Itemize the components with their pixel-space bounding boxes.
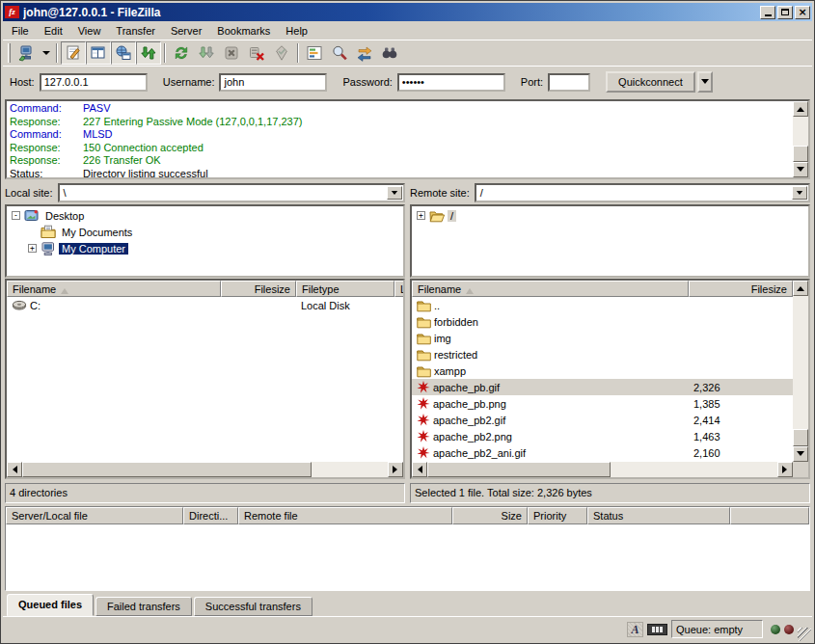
toggle-transfer-queue-button[interactable] <box>136 41 161 65</box>
menu-bookmarks[interactable]: Bookmarks <box>209 22 278 40</box>
file-row-c[interactable]: C:Local Disk <box>7 297 403 313</box>
resize-grip[interactable] <box>798 628 811 641</box>
arrow-right-icon <box>782 466 791 473</box>
queue-column-priority[interactable]: Priority <box>528 507 587 524</box>
file-row-img[interactable]: img <box>412 330 793 346</box>
disconnect-button[interactable] <box>244 41 269 65</box>
refresh-button[interactable] <box>169 41 194 65</box>
log-scrollbar[interactable] <box>793 101 808 177</box>
file-row-apache-pb2-png[interactable]: apache_pb2.png1,463 <box>412 428 793 444</box>
username-input[interactable] <box>219 73 327 92</box>
host-input[interactable] <box>40 73 148 92</box>
scroll-thumb[interactable] <box>793 429 808 446</box>
directory-listing-filters-button[interactable] <box>302 41 327 65</box>
abort-button[interactable] <box>269 41 294 65</box>
message-log[interactable]: Command:PASVResponse:227 Entering Passiv… <box>5 99 810 179</box>
file-row-apache-pb-gif[interactable]: apache_pb.gif2,326 <box>412 379 793 395</box>
column-header-filesize[interactable]: Filesize <box>221 281 296 297</box>
tab-successful-transfers[interactable]: Successful transfers <box>194 597 312 616</box>
toggle-local-tree-button[interactable] <box>86 41 111 65</box>
local-hscrollbar[interactable] <box>7 462 403 477</box>
quickconnect-dropdown-button[interactable] <box>697 71 713 93</box>
local-site-dropdown-button[interactable] <box>387 186 402 200</box>
queue-column-remote-file[interactable]: Remote file <box>238 507 452 524</box>
scroll-up-button[interactable] <box>793 101 808 117</box>
remote-file-list[interactable]: FilenameFilesize..forbiddenimgrestricted… <box>410 279 810 479</box>
queue-column-directi[interactable]: Directi... <box>183 507 238 524</box>
menu-help[interactable]: Help <box>278 22 315 40</box>
remote-site-combobox[interactable]: / <box>475 183 810 202</box>
documents-icon <box>41 225 56 239</box>
close-button[interactable]: × <box>795 6 810 19</box>
local-directory-tree[interactable]: -DesktopMy Documents+My Computer <box>5 204 405 278</box>
scroll-thumb[interactable] <box>793 146 808 162</box>
toggle-remote-tree-button[interactable] <box>111 41 136 65</box>
synchronized-browsing-button[interactable] <box>352 41 377 65</box>
process-queue-button[interactable] <box>194 41 219 65</box>
local-site-combobox[interactable]: \ <box>58 183 405 202</box>
toolbar-grip[interactable] <box>8 43 11 63</box>
local-file-list[interactable]: FilenameFilesizeFiletypeLC:Local Disk <box>5 279 405 479</box>
transfer-type-icon[interactable]: A <box>627 622 643 637</box>
scroll-right-button[interactable] <box>777 462 793 477</box>
site-manager-dropdown-button[interactable] <box>39 41 53 65</box>
menu-edit[interactable]: Edit <box>37 22 70 40</box>
queue-column-size[interactable]: Size <box>452 507 528 524</box>
tree-item-item[interactable]: +/ <box>412 207 808 224</box>
queue-column-status[interactable]: Status <box>587 507 730 524</box>
scroll-down-button[interactable] <box>793 446 808 462</box>
column-header-filesize[interactable]: Filesize <box>689 281 793 297</box>
tab-failed-transfers[interactable]: Failed transfers <box>95 597 192 616</box>
column-header-filename[interactable]: Filename <box>7 281 221 297</box>
port-input[interactable] <box>548 73 590 92</box>
scroll-right-button[interactable] <box>388 462 403 477</box>
scroll-left-button[interactable] <box>412 462 427 477</box>
queue-column-label: Priority <box>533 510 566 522</box>
tree-item-my-computer[interactable]: +My Computer <box>7 240 403 256</box>
filesize: 2,326 <box>689 382 725 393</box>
remote-site-dropdown-button[interactable] <box>792 186 807 200</box>
scroll-up-button[interactable] <box>793 281 808 296</box>
queue-column-server-local-file[interactable]: Server/Local file <box>6 507 183 524</box>
scroll-left-button[interactable] <box>7 462 22 477</box>
queue-body[interactable] <box>6 524 809 590</box>
column-header-l[interactable]: L <box>394 281 403 297</box>
remote-hscrollbar[interactable] <box>412 462 793 477</box>
queue-column-spacer[interactable] <box>730 507 809 524</box>
minimize-button[interactable] <box>760 6 775 19</box>
remote-directory-tree[interactable]: +/ <box>410 204 810 278</box>
file-row-item[interactable]: .. <box>412 297 793 313</box>
cancel-operation-button[interactable] <box>219 41 244 65</box>
speed-limit-icon[interactable] <box>647 624 667 635</box>
file-row-apache-pb2-gif[interactable]: apache_pb2.gif2,414 <box>412 412 793 428</box>
collapse-icon[interactable]: - <box>12 211 20 220</box>
menu-server[interactable]: Server <box>163 22 209 40</box>
expand-icon[interactable]: + <box>28 244 37 253</box>
quickconnect-button[interactable]: Quickconnect <box>606 71 695 93</box>
expand-icon[interactable]: + <box>417 211 425 220</box>
directory-comparison-button[interactable] <box>327 41 352 65</box>
menu-file[interactable]: File <box>4 22 37 40</box>
password-input[interactable] <box>397 73 505 92</box>
column-header-filename[interactable]: Filename <box>412 281 689 297</box>
scroll-thumb[interactable] <box>427 462 611 477</box>
tree-item-my-documents[interactable]: My Documents <box>7 224 403 240</box>
tree-item-desktop[interactable]: -Desktop <box>7 207 403 224</box>
file-row-xampp[interactable]: xampp <box>412 362 793 379</box>
scroll-thumb[interactable] <box>22 462 312 477</box>
maximize-button[interactable] <box>777 6 793 19</box>
find-files-button[interactable] <box>377 41 402 65</box>
file-row-apache-pb2-ani-gif[interactable]: apache_pb2_ani.gif2,160 <box>412 444 793 461</box>
filename: forbidden <box>412 315 689 329</box>
toggle-message-log-button[interactable] <box>61 41 86 65</box>
scroll-down-button[interactable] <box>793 162 808 177</box>
tab-queued-files[interactable]: Queued files <box>7 594 94 616</box>
site-manager-button[interactable] <box>14 41 39 65</box>
remote-vscrollbar[interactable] <box>793 281 808 462</box>
file-row-forbidden[interactable]: forbidden <box>412 313 793 330</box>
column-header-filetype[interactable]: Filetype <box>296 281 394 297</box>
menu-transfer[interactable]: Transfer <box>108 22 163 40</box>
menu-view[interactable]: View <box>70 22 109 40</box>
file-row-apache-pb-png[interactable]: apache_pb.png1,385 <box>412 395 793 412</box>
file-row-restricted[interactable]: restricted <box>412 346 793 362</box>
